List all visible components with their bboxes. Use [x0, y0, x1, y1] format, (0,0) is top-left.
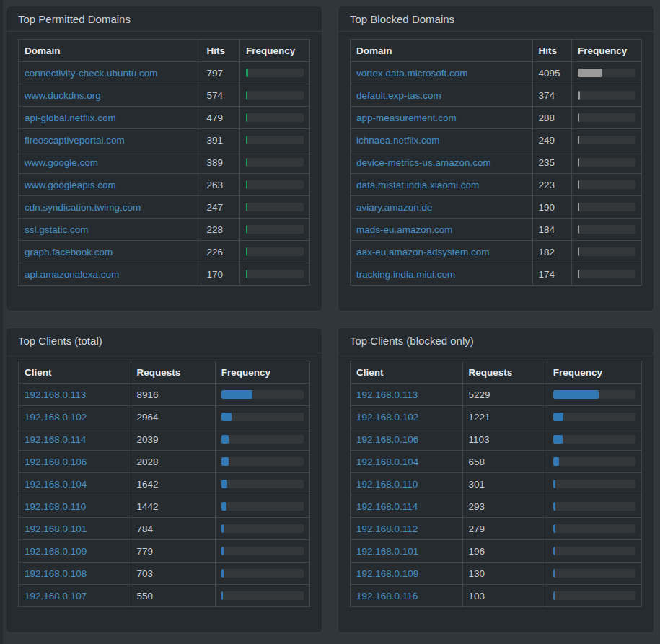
domain-link[interactable]: vortex.data.microsoft.com [356, 68, 468, 79]
frequency-bar-track [246, 91, 304, 100]
client-link[interactable]: 192.168.0.114 [356, 501, 418, 512]
domain-link[interactable]: connectivity-check.ubuntu.com [25, 68, 158, 79]
client-link[interactable]: 192.168.0.109 [25, 546, 87, 557]
client-link[interactable]: 192.168.0.108 [25, 568, 87, 579]
table-row: aax-eu.amazon-adsystem.com182 [351, 241, 642, 263]
table-row: device-metrics-us.amazon.com235 [351, 151, 642, 174]
client-link[interactable]: 192.168.0.101 [356, 546, 418, 557]
top-clients-blocked-table: Client Requests Frequency 192.168.0.1135… [350, 361, 642, 607]
requests-value: 779 [131, 540, 215, 563]
client-link[interactable]: 192.168.0.110 [25, 501, 86, 512]
client-link[interactable]: 192.168.0.102 [25, 412, 87, 423]
frequency-cell [547, 384, 641, 406]
frequency-cell [572, 263, 642, 286]
client-link[interactable]: 192.168.0.104 [356, 456, 418, 467]
domain-link[interactable]: www.duckdns.org [25, 90, 101, 101]
frequency-bar-fill [221, 413, 232, 421]
label-cell: 192.168.0.102 [351, 406, 463, 428]
frequency-bar-fill [246, 69, 248, 77]
requests-value: 5229 [462, 384, 547, 406]
client-link[interactable]: 192.168.0.113 [356, 389, 418, 400]
hits-value: 170 [201, 263, 240, 286]
domain-link[interactable]: ssl.gstatic.com [25, 224, 89, 235]
requests-value: 130 [462, 563, 547, 585]
client-link[interactable]: 192.168.0.109 [356, 568, 418, 579]
label-cell: 192.168.0.101 [19, 518, 131, 540]
frequency-cell [547, 428, 641, 451]
frequency-bar-fill [246, 225, 247, 234]
frequency-bar-track [246, 247, 304, 256]
domain-link[interactable]: mads-eu.amazon.com [356, 224, 453, 235]
panel-top-blocked-domains: Top Blocked Domains Domain Hits Frequenc… [338, 6, 654, 312]
domain-link[interactable]: www.googleapis.com [25, 180, 116, 190]
frequency-cell [215, 406, 309, 428]
domain-link[interactable]: device-metrics-us.amazon.com [356, 157, 491, 168]
frequency-bar-fill [578, 180, 579, 189]
domain-link[interactable]: default.exp-tas.com [356, 90, 441, 101]
client-link[interactable]: 192.168.0.110 [356, 479, 418, 490]
frequency-bar-track [246, 225, 304, 234]
label-cell: 192.168.0.107 [19, 585, 131, 607]
label-cell: connectivity-check.ubuntu.com [19, 62, 201, 84]
column-header-hits: Hits [201, 40, 240, 62]
client-link[interactable]: 192.168.0.113 [25, 389, 86, 400]
client-link[interactable]: 192.168.0.104 [25, 479, 87, 490]
panel-header: Top Blocked Domains [338, 6, 654, 32]
client-link[interactable]: 192.168.0.112 [356, 524, 418, 534]
client-link[interactable]: 192.168.0.114 [25, 434, 86, 445]
hits-value: 182 [532, 241, 572, 263]
table-row: 192.168.0.104658 [351, 451, 642, 473]
domain-link[interactable]: api.amazonalexa.com [25, 269, 119, 280]
column-header-domain: Domain [19, 40, 201, 62]
panel-title: Top Clients (blocked only) [350, 334, 642, 348]
requests-value: 279 [462, 518, 547, 540]
frequency-cell [572, 151, 642, 174]
domain-link[interactable]: graph.facebook.com [25, 247, 113, 257]
label-cell: data.mistat.india.xiaomi.com [351, 174, 533, 196]
client-link[interactable]: 192.168.0.101 [25, 524, 87, 534]
client-link[interactable]: 192.168.0.107 [25, 591, 87, 601]
client-link[interactable]: 192.168.0.102 [356, 412, 418, 423]
panel-body: Client Requests Frequency 192.168.0.1135… [338, 353, 654, 625]
panel-top-clients-total: Top Clients (total) Client Requests Freq… [6, 327, 322, 633]
label-cell: device-metrics-us.amazon.com [351, 151, 533, 174]
label-cell: 192.168.0.106 [19, 451, 131, 473]
table-row: tracking.india.miui.com174 [351, 263, 642, 286]
label-cell: 192.168.0.104 [19, 473, 131, 495]
client-link[interactable]: 192.168.0.106 [25, 456, 87, 467]
label-cell: 192.168.0.109 [351, 563, 463, 585]
domain-link[interactable]: api-global.netflix.com [25, 113, 116, 123]
frequency-bar-fill [553, 502, 556, 511]
frequency-cell [240, 129, 310, 151]
table-row: www.duckdns.org574 [19, 84, 310, 107]
frequency-bar-fill [553, 457, 559, 466]
table-row: vortex.data.microsoft.com4095 [351, 62, 642, 84]
frequency-bar-fill [246, 158, 247, 167]
table-row: 192.168.0.1061103 [351, 428, 642, 451]
requests-value: 2028 [131, 451, 215, 473]
domain-link[interactable]: data.mistat.india.xiaomi.com [356, 180, 479, 190]
domain-link[interactable]: aviary.amazon.de [356, 202, 433, 213]
label-cell: 192.168.0.113 [351, 384, 463, 406]
client-link[interactable]: 192.168.0.116 [356, 591, 418, 601]
column-header-requests: Requests [462, 361, 547, 384]
domain-link[interactable]: fireoscaptiveportal.com [25, 135, 125, 146]
frequency-cell [215, 384, 309, 406]
label-cell: mads-eu.amazon.com [351, 219, 533, 241]
frequency-bar-track [578, 270, 635, 278]
frequency-bar-fill [578, 225, 579, 234]
column-header-domain: Domain [351, 40, 533, 62]
domain-link[interactable]: tracking.india.miui.com [356, 269, 455, 280]
domain-link[interactable]: ichnaea.netflix.com [356, 135, 440, 146]
frequency-bar-fill [221, 591, 224, 600]
client-link[interactable]: 192.168.0.106 [356, 434, 418, 445]
domain-link[interactable]: app-measurement.com [356, 113, 457, 123]
label-cell: 192.168.0.104 [351, 451, 463, 473]
domain-link[interactable]: www.google.com [25, 157, 98, 168]
frequency-cell [547, 406, 641, 428]
table-row: 192.168.0.1022964 [19, 406, 310, 428]
label-cell: 192.168.0.108 [19, 563, 131, 585]
domain-link[interactable]: aax-eu.amazon-adsystem.com [356, 247, 490, 257]
domain-link[interactable]: cdn.syndication.twimg.com [25, 202, 141, 213]
table-row: 192.168.0.108703 [19, 563, 310, 585]
